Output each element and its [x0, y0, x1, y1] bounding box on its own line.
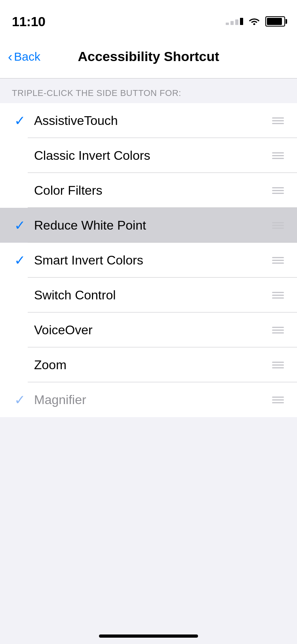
signal-icon — [226, 18, 243, 25]
drag-handle-smart-invert-colors[interactable] — [271, 257, 285, 264]
list-item-color-filters[interactable]: Color Filters — [0, 173, 297, 208]
checkmark-smart-invert-colors: ✓ — [12, 252, 28, 268]
status-time: 11:10 — [12, 14, 45, 29]
wifi-icon — [248, 15, 261, 27]
status-icons — [226, 15, 285, 27]
item-label-zoom: Zoom — [28, 358, 271, 372]
drag-handle-color-filters[interactable] — [271, 187, 285, 194]
accessibility-list: ✓AssistiveTouchClassic Invert ColorsColo… — [0, 103, 297, 417]
back-button[interactable]: ‹ Back — [8, 50, 40, 63]
status-bar: 11:10 — [0, 0, 297, 35]
drag-handle-reduce-white-point[interactable] — [271, 222, 285, 229]
list-item-voiceover[interactable]: VoiceOver — [0, 312, 297, 347]
battery-icon — [265, 16, 285, 27]
drag-handle-voiceover[interactable] — [271, 327, 285, 334]
drag-handle-switch-control[interactable] — [271, 292, 285, 299]
drag-handle-magnifier[interactable] — [271, 397, 285, 403]
checkmark-reduce-white-point: ✓ — [12, 217, 28, 233]
item-label-voiceover: VoiceOver — [28, 323, 271, 337]
page-title: Accessibility Shortcut — [78, 49, 219, 64]
home-indicator — [99, 634, 198, 638]
list-item-assistive-touch[interactable]: ✓AssistiveTouch — [0, 103, 297, 138]
back-chevron-icon: ‹ — [8, 50, 12, 63]
drag-handle-assistive-touch[interactable] — [271, 117, 285, 124]
item-label-smart-invert-colors: Smart Invert Colors — [28, 253, 271, 268]
nav-bar: ‹ Back Accessibility Shortcut — [0, 35, 297, 79]
section-header-text: TRIPLE-CLICK THE SIDE BUTTON FOR: — [12, 88, 181, 98]
list-item-zoom[interactable]: Zoom — [0, 347, 297, 382]
section-header: TRIPLE-CLICK THE SIDE BUTTON FOR: — [0, 79, 297, 103]
drag-handle-zoom[interactable] — [271, 362, 285, 368]
bottom-area — [0, 417, 297, 644]
item-label-magnifier: Magnifier — [28, 393, 271, 407]
list-item-reduce-white-point[interactable]: ✓Reduce White Point — [0, 208, 297, 243]
item-label-assistive-touch: AssistiveTouch — [28, 113, 271, 128]
list-item-classic-invert-colors[interactable]: Classic Invert Colors — [0, 138, 297, 173]
item-label-classic-invert-colors: Classic Invert Colors — [28, 148, 271, 163]
list-item-switch-control[interactable]: Switch Control — [0, 278, 297, 312]
checkmark-assistive-touch: ✓ — [12, 113, 28, 128]
checkmark-magnifier: ✓ — [12, 392, 28, 408]
drag-handle-classic-invert-colors[interactable] — [271, 152, 285, 159]
list-item-magnifier[interactable]: ✓Magnifier — [0, 382, 297, 417]
item-label-switch-control: Switch Control — [28, 288, 271, 303]
item-label-reduce-white-point: Reduce White Point — [28, 218, 271, 233]
back-label: Back — [14, 50, 40, 63]
list-item-smart-invert-colors[interactable]: ✓Smart Invert Colors — [0, 243, 297, 278]
item-label-color-filters: Color Filters — [28, 183, 271, 198]
